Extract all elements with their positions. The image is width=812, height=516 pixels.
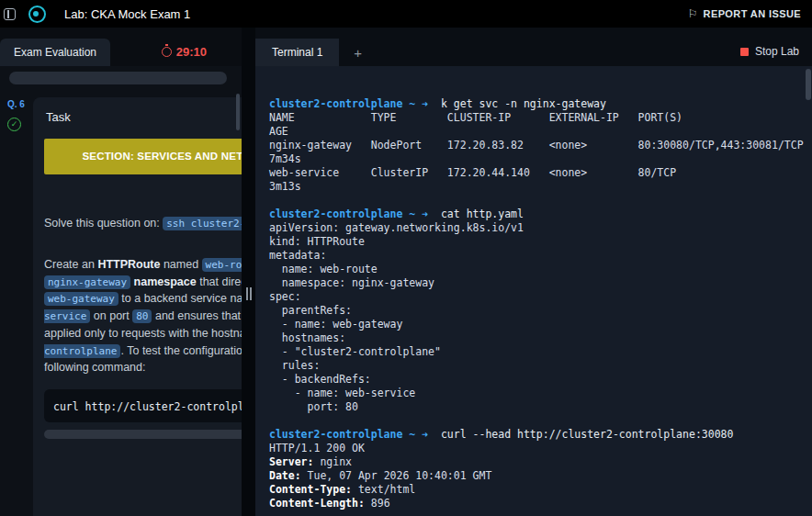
report-issue-label: REPORT AN ISSUE [704,8,801,19]
terminal-line: kind: HTTPRoute [269,235,805,249]
segment-chip: nginx-gateway [44,275,130,289]
exam-panel: Exam Evaluation 29:10 Q. 6 ✓ Task SECTIO… [0,28,242,516]
terminal-line: Date: Tue, 07 Apr 2026 10:40:01 GMT [269,469,805,483]
code-command: curl http://cluster2-controlplane:30080 [53,400,242,413]
terminal-line: apiVersion: gateway.networking.k8s.io/v1 [269,221,805,235]
terminal-line: NAME TYPE CLUSTER-IP EXTERNAL-IP PORT(S) [269,111,805,125]
exam-scrollbar-thumb[interactable] [236,94,240,130]
terminal-line: metadata: [269,249,805,263]
terminal-line [269,194,805,208]
segment-chip: web-gateway [44,292,118,306]
task-title: Task [46,110,71,124]
terminal-line: cluster2-controlplane ~ ➜ cat http.yaml [269,208,805,221]
terminal-line: parentRefs: [269,304,805,318]
terminal-scrollbar-thumb[interactable] [806,69,811,100]
terminal-tabbar: Terminal 1 + Stop Lab [255,28,812,66]
terminal-line: 7m34s [269,152,805,166]
previous-card-remnant [9,72,227,84]
panel-divider [242,28,255,516]
task-description: Create an HTTPRoute named web-route in t… [44,256,242,376]
terminal-body[interactable]: cluster2-controlplane ~ ➜ k get svc -n n… [255,66,812,516]
terminal-panel: Terminal 1 + Stop Lab cluster2-controlpl… [255,28,812,516]
stop-lab-label: Stop Lab [755,45,799,58]
segment-text: on port [90,309,132,322]
clock-icon [162,47,172,57]
terminal-line: namespace: nginx-gateway [269,276,805,290]
report-issue-button[interactable]: ⚐ REPORT AN ISSUE [688,8,801,19]
code-hscrollbar[interactable] [44,430,242,439]
stop-lab-button[interactable]: Stop Lab [740,45,799,66]
terminal-line: hostnames: [269,331,805,345]
stop-icon [740,48,749,56]
segment-chip: ssh cluster2-controlplane [163,217,242,230]
terminal-line: rules: [269,359,805,373]
terminal-line: - backendRefs: [269,373,805,387]
task-intro: Solve this question on: ssh cluster2-con… [44,215,242,232]
question-complete-icon: ✓ [7,118,21,131]
segment-bold: HTTPRoute [97,258,160,271]
terminal-line: port: 80 [269,400,805,414]
segment-text: that directs traffic from the [197,275,242,288]
task-card: Task SECTION: SERVICES AND NETWORKING So… [33,97,242,516]
terminal-line: web-service ClusterIP 172.20.44.140 <non… [269,166,805,180]
segment-text: Create an [44,258,97,271]
terminal-line: cluster2-controlplane ~ ➜ k get svc -n n… [269,97,805,111]
timer-value: 29:10 [176,45,207,59]
segment-text: to a backend service named [118,292,242,305]
terminal-line: nginx-gateway NodePort 172.20.83.82 <non… [269,139,805,152]
terminal-line: name: web-route [269,263,805,276]
terminal-line: AGE [269,125,805,139]
tab-exam-evaluation[interactable]: Exam Evaluation [0,39,110,66]
segment-text: named [160,258,201,271]
terminal-line: - name: web-gateway [269,318,805,331]
exam-timer: 29:10 [162,45,207,66]
question-nav[interactable]: Q. 6 ✓ [7,97,33,516]
terminal-line: Content-Type: text/html [269,483,805,497]
terminal-line: Server: nginx [269,455,805,469]
terminal-line: spec: [269,290,805,304]
terminal-line: 3m13s [269,180,805,194]
main-split: Exam Evaluation 29:10 Q. 6 ✓ Task SECTIO… [0,28,812,516]
segment-chip: web-route [202,258,242,272]
task-collapse-header[interactable]: Task [33,97,242,135]
topbar: Lab: CKA Mock Exam 1 ⚐ REPORT AN ISSUE [0,0,812,28]
terminal-line: - "cluster2-controlplane" [269,345,805,359]
terminal-line: cluster2-controlplane ~ ➜ curl --head ht… [269,428,805,442]
page-title: Lab: CKA Mock Exam 1 [64,7,190,21]
flag-icon: ⚐ [688,8,698,19]
question-label: Q. 6 [7,99,33,109]
terminal-line: HTTP/1.1 200 OK [269,442,805,455]
segment-chip: 80 [132,309,152,323]
exam-scroll-area: Q. 6 ✓ Task SECTION: SERVICES AND NETWOR… [0,66,242,516]
kodekloud-logo-icon [28,6,46,23]
section-banner: SECTION: SERVICES AND NETWORKING [44,139,242,174]
question-row: Q. 6 ✓ Task SECTION: SERVICES AND NETWOR… [7,97,229,516]
divider-drag-handle[interactable] [246,287,252,300]
tab-terminal-1[interactable]: Terminal 1 [255,39,339,66]
code-block: curl http://cluster2-controlplane:30080 [44,389,242,422]
exam-panel-header: Exam Evaluation 29:10 [0,28,242,66]
segment-text: Solve this question on: [44,217,163,230]
terminal-line: Content-Length: 896 [269,497,805,510]
terminal-line [269,414,805,428]
segment-bold: namespace [134,275,197,288]
sidebar-toggle-icon[interactable] [4,8,16,20]
terminal-line: - name: web-service [269,387,805,400]
new-terminal-button[interactable]: + [339,39,377,66]
